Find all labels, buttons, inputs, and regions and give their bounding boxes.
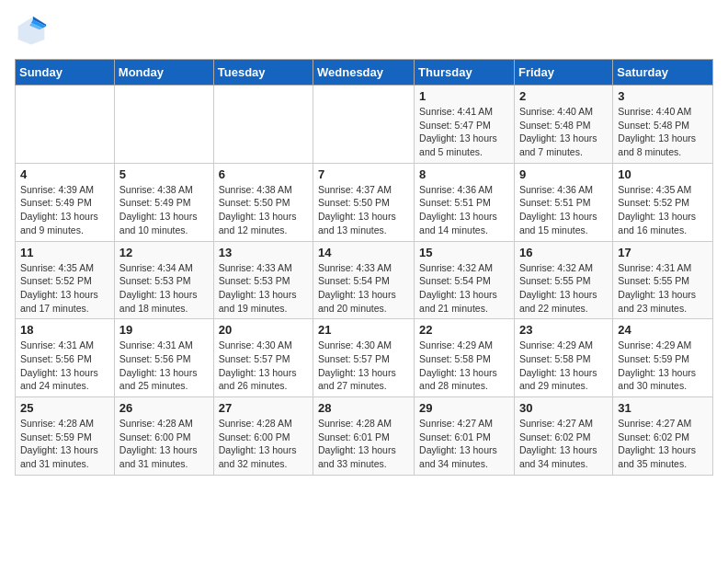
day-number: 16 [519,246,608,259]
calendar-cell: 2Sunrise: 4:40 AM Sunset: 5:48 PM Daylig… [514,86,612,164]
day-detail: Sunrise: 4:28 AM Sunset: 5:59 PM Dayligh… [20,417,109,471]
calendar-cell: 10Sunrise: 4:35 AM Sunset: 5:52 PM Dayli… [613,163,713,241]
day-detail: Sunrise: 4:27 AM Sunset: 6:02 PM Dayligh… [618,417,708,471]
day-number: 10 [618,167,708,181]
calendar-cell: 28Sunrise: 4:28 AM Sunset: 6:01 PM Dayli… [313,397,415,476]
day-number: 3 [618,89,708,103]
day-number: 4 [20,167,109,181]
day-detail: Sunrise: 4:32 AM Sunset: 5:54 PM Dayligh… [419,261,509,316]
day-number: 2 [519,89,608,103]
calendar-cell: 13Sunrise: 4:33 AM Sunset: 5:53 PM Dayli… [213,241,313,319]
day-detail: Sunrise: 4:29 AM Sunset: 5:58 PM Dayligh… [419,339,509,393]
day-number: 17 [618,246,708,259]
day-number: 31 [618,401,708,415]
calendar-cell: 20Sunrise: 4:30 AM Sunset: 5:57 PM Dayli… [213,319,313,397]
day-number: 1 [419,89,509,103]
day-detail: Sunrise: 4:39 AM Sunset: 5:49 PM Dayligh… [20,183,109,237]
calendar-cell: 3Sunrise: 4:40 AM Sunset: 5:48 PM Daylig… [613,86,713,164]
day-number: 11 [20,246,109,259]
calendar-cell: 4Sunrise: 4:39 AM Sunset: 5:49 PM Daylig… [16,163,115,241]
page-header [15,15,713,48]
day-number: 8 [419,167,509,181]
day-detail: Sunrise: 4:35 AM Sunset: 5:52 PM Dayligh… [20,261,109,316]
calendar-cell: 8Sunrise: 4:36 AM Sunset: 5:51 PM Daylig… [415,163,515,241]
calendar-cell: 14Sunrise: 4:33 AM Sunset: 5:54 PM Dayli… [313,241,415,319]
day-detail: Sunrise: 4:29 AM Sunset: 5:58 PM Dayligh… [519,339,608,393]
calendar-cell: 16Sunrise: 4:32 AM Sunset: 5:55 PM Dayli… [514,241,612,319]
day-number: 23 [519,323,608,337]
day-number: 15 [419,246,509,259]
calendar-cell: 11Sunrise: 4:35 AM Sunset: 5:52 PM Dayli… [16,241,115,319]
calendar-cell: 27Sunrise: 4:28 AM Sunset: 6:00 PM Dayli… [213,397,313,476]
day-detail: Sunrise: 4:38 AM Sunset: 5:49 PM Dayligh… [119,183,209,237]
day-detail: Sunrise: 4:34 AM Sunset: 5:53 PM Dayligh… [119,261,209,316]
day-detail: Sunrise: 4:28 AM Sunset: 6:01 PM Dayligh… [318,417,409,471]
day-detail: Sunrise: 4:35 AM Sunset: 5:52 PM Dayligh… [618,183,708,237]
day-number: 24 [618,323,708,337]
day-number: 12 [119,246,209,259]
day-number: 28 [318,401,409,415]
day-number: 27 [219,401,308,415]
day-detail: Sunrise: 4:27 AM Sunset: 6:01 PM Dayligh… [419,417,509,471]
day-number: 13 [219,246,308,259]
day-number: 21 [318,323,409,337]
day-detail: Sunrise: 4:31 AM Sunset: 5:55 PM Dayligh… [618,261,708,316]
day-detail: Sunrise: 4:33 AM Sunset: 5:54 PM Dayligh… [318,261,409,316]
day-detail: Sunrise: 4:29 AM Sunset: 5:59 PM Dayligh… [618,339,708,393]
calendar-cell: 1Sunrise: 4:41 AM Sunset: 5:47 PM Daylig… [415,86,515,164]
day-detail: Sunrise: 4:40 AM Sunset: 5:48 PM Dayligh… [618,105,708,159]
calendar-cell: 23Sunrise: 4:29 AM Sunset: 5:58 PM Dayli… [514,319,612,397]
day-detail: Sunrise: 4:32 AM Sunset: 5:55 PM Dayligh… [519,261,608,316]
calendar-cell: 17Sunrise: 4:31 AM Sunset: 5:55 PM Dayli… [613,241,713,319]
header-day-saturday: Saturday [613,60,713,86]
day-detail: Sunrise: 4:37 AM Sunset: 5:50 PM Dayligh… [318,183,409,237]
day-detail: Sunrise: 4:27 AM Sunset: 6:02 PM Dayligh… [519,417,608,471]
calendar-header-row: SundayMondayTuesdayWednesdayThursdayFrid… [16,60,713,86]
calendar-cell [114,86,213,164]
day-number: 30 [519,401,608,415]
header-day-monday: Monday [114,60,213,86]
header-day-wednesday: Wednesday [313,60,415,86]
day-number: 26 [119,401,209,415]
logo-icon [15,15,48,48]
day-detail: Sunrise: 4:30 AM Sunset: 5:57 PM Dayligh… [219,339,308,393]
calendar-cell: 21Sunrise: 4:30 AM Sunset: 5:57 PM Dayli… [313,319,415,397]
calendar-cell: 30Sunrise: 4:27 AM Sunset: 6:02 PM Dayli… [514,397,612,476]
day-detail: Sunrise: 4:28 AM Sunset: 6:00 PM Dayligh… [219,417,308,471]
calendar-week-4: 18Sunrise: 4:31 AM Sunset: 5:56 PM Dayli… [16,319,713,397]
calendar-cell: 26Sunrise: 4:28 AM Sunset: 6:00 PM Dayli… [114,397,213,476]
day-detail: Sunrise: 4:36 AM Sunset: 5:51 PM Dayligh… [419,183,509,237]
day-number: 20 [219,323,308,337]
day-detail: Sunrise: 4:31 AM Sunset: 5:56 PM Dayligh… [20,339,109,393]
calendar-cell: 19Sunrise: 4:31 AM Sunset: 5:56 PM Dayli… [114,319,213,397]
header-day-friday: Friday [514,60,612,86]
day-number: 7 [318,167,409,181]
calendar-cell: 25Sunrise: 4:28 AM Sunset: 5:59 PM Dayli… [16,397,115,476]
day-detail: Sunrise: 4:41 AM Sunset: 5:47 PM Dayligh… [419,105,509,159]
calendar-cell: 9Sunrise: 4:36 AM Sunset: 5:51 PM Daylig… [514,163,612,241]
header-day-tuesday: Tuesday [213,60,313,86]
calendar-cell: 6Sunrise: 4:38 AM Sunset: 5:50 PM Daylig… [213,163,313,241]
calendar-cell: 24Sunrise: 4:29 AM Sunset: 5:59 PM Dayli… [613,319,713,397]
calendar-cell [313,86,415,164]
calendar-cell: 22Sunrise: 4:29 AM Sunset: 5:58 PM Dayli… [415,319,515,397]
day-number: 9 [519,167,608,181]
day-number: 22 [419,323,509,337]
logo [15,15,51,48]
calendar-week-5: 25Sunrise: 4:28 AM Sunset: 5:59 PM Dayli… [16,397,713,476]
calendar-cell: 7Sunrise: 4:37 AM Sunset: 5:50 PM Daylig… [313,163,415,241]
day-detail: Sunrise: 4:40 AM Sunset: 5:48 PM Dayligh… [519,105,608,159]
day-number: 29 [419,401,509,415]
calendar-cell: 29Sunrise: 4:27 AM Sunset: 6:01 PM Dayli… [415,397,515,476]
calendar-week-3: 11Sunrise: 4:35 AM Sunset: 5:52 PM Dayli… [16,241,713,319]
calendar-cell: 5Sunrise: 4:38 AM Sunset: 5:49 PM Daylig… [114,163,213,241]
calendar-cell [16,86,115,164]
calendar-table: SundayMondayTuesdayWednesdayThursdayFrid… [15,59,713,476]
day-detail: Sunrise: 4:38 AM Sunset: 5:50 PM Dayligh… [219,183,308,237]
calendar-cell [213,86,313,164]
calendar-cell: 18Sunrise: 4:31 AM Sunset: 5:56 PM Dayli… [16,319,115,397]
calendar-week-2: 4Sunrise: 4:39 AM Sunset: 5:49 PM Daylig… [16,163,713,241]
calendar-week-1: 1Sunrise: 4:41 AM Sunset: 5:47 PM Daylig… [16,86,713,164]
day-detail: Sunrise: 4:33 AM Sunset: 5:53 PM Dayligh… [219,261,308,316]
day-detail: Sunrise: 4:36 AM Sunset: 5:51 PM Dayligh… [519,183,608,237]
